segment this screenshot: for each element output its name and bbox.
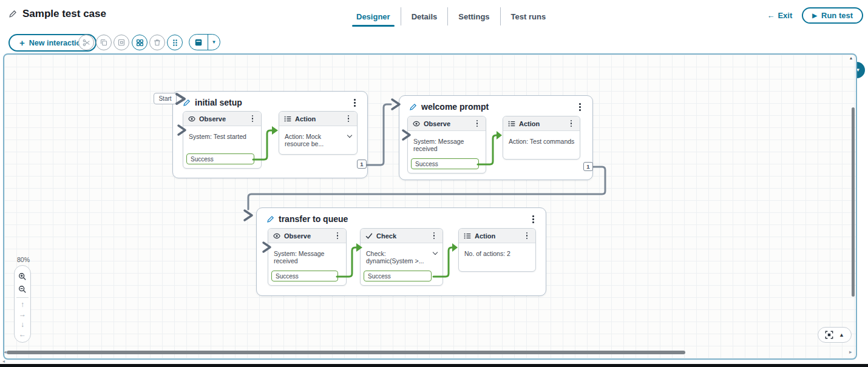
card-action[interactable]: Action Action: Mock resource be... [279, 111, 358, 155]
card-body-text: Action: Test commands [509, 138, 575, 145]
block-header: initial setup [173, 92, 367, 109]
flow-canvas[interactable]: Start initial setup Observe System: Test [3, 53, 857, 360]
block-menu-button[interactable] [529, 214, 537, 225]
block-title: transfer to queue [279, 214, 348, 224]
edit-title-pencil-icon[interactable] [8, 10, 17, 18]
zoom-in-button[interactable] [18, 270, 27, 283]
panel-icon [189, 38, 208, 47]
card-observe[interactable]: Observe System: Message received Success [268, 228, 347, 286]
card-title: Action [519, 120, 540, 127]
zoom-out-button[interactable] [18, 283, 27, 295]
copy-icon [100, 39, 107, 46]
card-menu-button[interactable] [568, 118, 575, 129]
run-test-label: Run test [821, 11, 853, 20]
page-title: Sample test case [22, 8, 106, 20]
exit-link[interactable]: ← Exit [767, 11, 792, 20]
pan-up-button[interactable]: ↑ [21, 300, 24, 309]
group-button[interactable] [132, 35, 147, 50]
card-menu-button[interactable] [523, 231, 531, 241]
block-menu-button[interactable] [576, 101, 584, 113]
card-body-text: Check: dynamic(System >... [366, 250, 431, 264]
block-header: transfer to queue [257, 208, 546, 225]
cut-button[interactable] [78, 35, 94, 50]
success-port[interactable]: Success [186, 153, 254, 164]
canvas-vertical-scrollbar[interactable] [852, 107, 855, 297]
canvas-horizontal-scrollbar[interactable] [7, 351, 685, 354]
zoom-pad-divider [16, 297, 29, 298]
play-icon: ▶ [812, 13, 817, 19]
connection-badge[interactable]: 1 [583, 162, 593, 171]
zoom-level: 80% [17, 256, 30, 263]
page-scroll-left-arrow-icon[interactable]: ◂ [2, 359, 5, 364]
run-test-button[interactable]: ▶ Run test [802, 7, 863, 24]
block-initial-setup[interactable]: initial setup Observe System: Test start… [172, 91, 368, 178]
panel-toggle-split-button[interactable]: ▼ [189, 34, 220, 50]
block-title: initial setup [195, 98, 242, 107]
tab-test-runs[interactable]: Test runs [500, 7, 557, 25]
start-tag: Start [154, 93, 177, 104]
block-menu-button[interactable] [351, 97, 359, 109]
trash-icon [154, 39, 161, 46]
zoom-pad: ↑ → ↓ ← [14, 265, 31, 343]
eye-icon [188, 115, 195, 123]
fit-view-control[interactable]: ▲ [818, 327, 852, 343]
hscroll-left-arrow-icon[interactable]: ◂ [4, 349, 7, 355]
card-menu-button[interactable] [473, 118, 481, 129]
delete-button[interactable] [149, 35, 165, 50]
card-body-text: System: Test started [189, 133, 257, 140]
card-body-text: System: Message received [413, 138, 481, 152]
success-port[interactable]: Success [411, 158, 479, 169]
expand-chevron-icon[interactable] [347, 133, 352, 138]
vscroll-up-arrow-icon[interactable]: ▴ [850, 55, 852, 61]
card-menu-button[interactable] [345, 113, 352, 124]
new-interaction-label: New interaction [29, 39, 86, 47]
card-title: Observe [199, 115, 226, 123]
group-icon [136, 39, 144, 47]
check-icon [365, 232, 373, 240]
card-observe[interactable]: Observe System: Message received Success [407, 116, 486, 173]
edit-pencil-icon[interactable] [409, 103, 417, 111]
card-body-text: No. of actions: 2 [464, 250, 531, 257]
pan-right-button[interactable]: → [19, 309, 26, 319]
block-transfer-to-queue[interactable]: transfer to queue Observe System: Messag… [256, 207, 546, 296]
expand-chevron-icon[interactable] [433, 250, 438, 255]
list-icon [284, 115, 291, 123]
pan-down-button[interactable]: ↓ [21, 320, 24, 329]
edit-pencil-icon[interactable] [266, 215, 274, 223]
exit-label: Exit [778, 11, 792, 20]
edit-pencil-icon[interactable] [183, 99, 191, 107]
tab-designer[interactable]: Designer [346, 7, 401, 25]
eye-icon [413, 120, 420, 127]
card-title: Action [475, 232, 495, 240]
cut-icon [83, 39, 90, 47]
card-menu-button[interactable] [249, 113, 256, 124]
list-icon [464, 232, 471, 240]
connection-badge[interactable]: 1 [357, 160, 367, 169]
list-icon [508, 120, 515, 127]
drag-handle-button[interactable] [167, 35, 183, 50]
card-body-text: System: Message received [274, 250, 342, 264]
header-actions: ← Exit ▶ Run test [767, 7, 863, 24]
card-observe[interactable]: Observe System: Test started Success [183, 111, 262, 169]
block-title: welcome prompt [421, 102, 489, 112]
copy-button[interactable] [96, 35, 112, 50]
card-action[interactable]: Action Action: Test commands [503, 116, 580, 160]
hscroll-right-arrow-icon[interactable]: ▸ [849, 349, 852, 355]
designer-toolbar: + New interaction [0, 28, 868, 53]
success-port[interactable]: Success [364, 271, 432, 281]
tab-settings[interactable]: Settings [447, 7, 500, 25]
card-menu-button[interactable] [430, 231, 438, 241]
card-check[interactable]: Check Check: dynamic(System >... Success [360, 228, 443, 286]
tab-bar: Designer Details Settings Test runs [346, 7, 556, 25]
card-body-text: Action: Mock resource be... [285, 133, 345, 147]
success-port[interactable]: Success [271, 271, 338, 281]
tab-details[interactable]: Details [401, 7, 448, 25]
panel-dropdown-arrow-icon[interactable]: ▼ [208, 35, 220, 50]
pan-left-button[interactable]: ← [19, 329, 26, 339]
paste-button[interactable] [114, 35, 129, 50]
block-welcome-prompt[interactable]: welcome prompt Observe System: Message r… [399, 95, 593, 180]
card-menu-button[interactable] [334, 231, 341, 241]
card-action[interactable]: Action No. of actions: 2 [458, 228, 536, 272]
collapse-arrow-icon[interactable]: ▲ [839, 332, 844, 338]
page-scrollbar-strip[interactable]: ◂ [0, 360, 868, 364]
